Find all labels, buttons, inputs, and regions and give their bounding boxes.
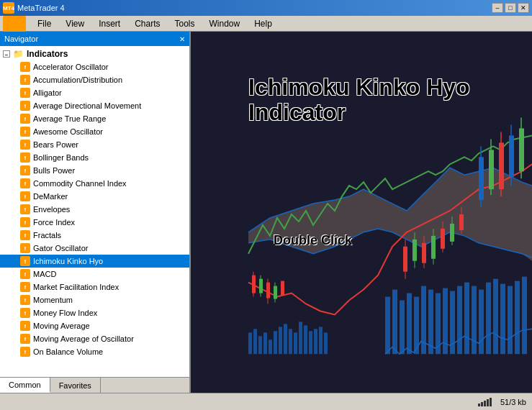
svg-rect-44 [294,332,297,354]
list-item[interactable]: f Force Index [0,216,189,229]
app-icon: MT4 [3,2,14,14]
indicator-icon: f [20,217,30,227]
list-item[interactable]: f DeMarker [0,190,189,203]
list-item[interactable]: f Momentum [0,293,189,306]
svg-rect-51 [385,297,390,355]
status-info: 51/3 kb [500,398,526,406]
list-item[interactable]: f Bollinger Bands [0,151,189,164]
indicator-icon: f [20,347,30,357]
menu-view[interactable]: View [60,17,90,30]
svg-rect-50 [324,332,328,354]
window-controls: – □ ✕ [492,3,529,13]
list-item[interactable]: f Accelerator Oscillator [0,60,189,73]
navigator-title: Navigator [4,35,38,43]
svg-rect-42 [284,324,287,354]
tab-favorites[interactable]: Favorites [50,378,101,393]
indicator-icon: f [20,127,30,137]
chart-area[interactable]: Ichimoku Kinko Hyo Indicator Double Clic… [191,32,532,393]
title-bar: MT4 MetaTrader 4 – □ ✕ [0,0,532,16]
navigator-close-button[interactable]: ✕ [179,35,185,43]
indicator-icon: f [20,256,30,266]
chart-double-click-label: Double Click [274,233,352,248]
tree-root-indicators[interactable]: – 📁 Indicators [0,47,189,60]
svg-rect-57 [428,290,433,355]
svg-rect-43 [289,329,292,354]
svg-rect-41 [279,327,282,354]
signal-bars-icon [478,398,492,406]
signal-bar-1 [478,404,480,406]
menu-tools[interactable]: Tools [169,17,201,30]
svg-rect-48 [314,329,317,354]
svg-rect-70 [522,277,527,355]
svg-rect-49 [319,327,323,354]
svg-rect-66 [493,279,498,355]
list-item[interactable]: f Market Facilitation Index [0,281,189,293]
indicator-icon: f [20,101,30,111]
list-item[interactable]: f Alligator [0,86,189,99]
main-layout: Navigator ✕ – 📁 Indicators f Accelerator… [0,32,532,393]
svg-rect-69 [515,281,520,355]
collapse-icon[interactable]: – [3,50,10,58]
minimize-button[interactable]: – [492,3,503,13]
menu-window[interactable]: Window [204,17,246,30]
indicator-icon: f [20,191,30,201]
list-item[interactable]: f Gator Oscillator [0,242,189,255]
status-bar: 51/3 kb [0,393,532,410]
indicator-icon: f [20,62,30,72]
indicator-icon: f [20,230,30,240]
svg-rect-38 [263,332,267,354]
signal-bar-3 [484,401,486,406]
svg-rect-64 [479,290,484,355]
menu-file[interactable]: File [32,17,57,30]
navigator-tabs: Common Favorites [0,377,189,393]
list-item[interactable]: f Moving Average of Oscillator [0,332,189,345]
svg-rect-52 [392,290,397,355]
window-title: MT4 MetaTrader 4 [3,2,65,14]
list-item[interactable]: f Bears Power [0,138,189,151]
svg-rect-35 [248,332,252,354]
menu-charts[interactable]: Charts [129,17,166,30]
list-item[interactable]: f Moving Average [0,319,189,332]
indicator-icon: f [20,178,30,188]
list-item[interactable]: f Money Flow Index [0,306,189,319]
navigator-header: Navigator ✕ [0,32,189,46]
list-item[interactable]: f Fractals [0,229,189,242]
svg-rect-68 [508,286,513,355]
navigator-body: – 📁 Indicators f Accelerator Oscillator … [0,46,189,393]
svg-rect-54 [407,293,412,355]
app-menu-icon [3,16,26,32]
list-item[interactable]: f Bulls Power [0,164,189,177]
close-button[interactable]: ✕ [518,3,529,13]
menu-insert[interactable]: Insert [93,17,126,30]
indicator-icon: f [20,75,30,85]
list-item[interactable]: f Envelopes [0,203,189,216]
indicator-icon: f [20,282,30,292]
svg-rect-45 [299,322,302,354]
list-item-ichimoku[interactable]: f Ichimoku Kinko Hyo [0,255,189,268]
menu-help[interactable]: Help [248,17,278,30]
signal-bar-5 [490,398,492,406]
tab-common[interactable]: Common [0,378,50,393]
indicator-icon: f [20,152,30,163]
svg-rect-10 [281,281,284,296]
list-item[interactable]: f Average True Range [0,112,189,125]
indicator-icon: f [20,321,30,331]
navigator-panel: Navigator ✕ – 📁 Indicators f Accelerator… [0,32,191,393]
indicator-icon: f [20,114,30,124]
indicator-icon: f [20,243,30,253]
svg-rect-47 [309,331,312,354]
list-item[interactable]: f Average Directional Movement [0,99,189,112]
list-item[interactable]: f Awesome Oscillator [0,125,189,138]
indicator-icon: f [20,140,30,150]
maximize-button[interactable]: □ [505,3,516,13]
svg-rect-67 [500,284,505,355]
list-item[interactable]: f Commodity Channel Index [0,177,189,190]
indicator-icon: f [20,88,30,98]
list-item[interactable]: f On Balance Volume [0,345,189,358]
signal-bar-4 [487,399,489,406]
list-item[interactable]: f Accumulation/Distribution [0,73,189,86]
svg-rect-62 [464,283,469,355]
svg-rect-53 [400,301,405,355]
list-item[interactable]: f MACD [0,268,189,281]
svg-rect-63 [472,286,477,355]
